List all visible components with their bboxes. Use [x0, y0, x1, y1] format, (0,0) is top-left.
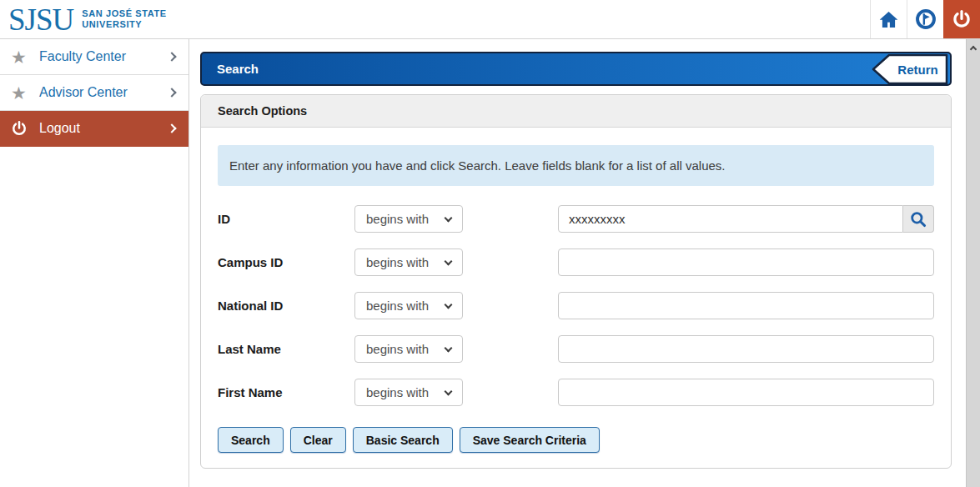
chevron-right-icon [168, 89, 175, 96]
chevron-right-icon [168, 53, 175, 60]
power-icon [11, 120, 33, 137]
instructions-box: Enter any information you have and click… [218, 145, 934, 186]
screen: SJSU SAN JOSÉ STATE UNIVERSITY [0, 0, 980, 487]
id-input[interactable] [558, 205, 903, 233]
search-options-panel: Search Options Enter any information you… [200, 94, 952, 469]
header-actions [870, 0, 980, 38]
form-row-first-name: First Name begins with [218, 379, 934, 406]
power-icon [952, 9, 972, 29]
value-wrap [558, 379, 934, 406]
signout-button[interactable] [943, 0, 980, 38]
sidebar-item-logout[interactable]: Logout [0, 111, 188, 147]
field-label: First Name [218, 385, 354, 399]
form-row-national-id: National ID begins with [218, 292, 934, 319]
chevron-down-icon [445, 213, 453, 222]
scrollbar-up-arrow[interactable] [967, 39, 980, 55]
form-row-last-name: Last Name begins with [218, 335, 934, 363]
value-wrap [558, 205, 934, 233]
star-icon: ★ [11, 48, 33, 66]
main-content: Search Return Search Options Enter any i… [190, 39, 966, 487]
sidebar-item-faculty-center[interactable]: ★ Faculty Center [0, 39, 188, 75]
home-button[interactable] [870, 0, 907, 38]
compass-icon [915, 8, 937, 30]
sidebar-item-label: Faculty Center [39, 49, 126, 64]
chevron-down-icon [445, 257, 453, 265]
sidebar-item-advisor-center[interactable]: ★ Advisor Center [0, 75, 188, 111]
chevron-down-icon [445, 387, 453, 395]
operator-value: begins with [366, 342, 429, 356]
field-label: National ID [218, 299, 354, 313]
operator-value: begins with [366, 385, 429, 399]
search-icon [909, 210, 927, 228]
value-wrap [558, 292, 934, 319]
action-buttons-row: Search Clear Basic Search Save Search Cr… [218, 427, 934, 453]
sidebar-item-label: Advisor Center [39, 85, 128, 100]
field-label: Last Name [218, 342, 354, 356]
chevron-right-icon [168, 125, 175, 132]
national-id-input[interactable] [558, 292, 934, 319]
operator-value: begins with [366, 212, 429, 226]
save-search-criteria-button[interactable]: Save Search Criteria [460, 427, 600, 453]
home-icon [878, 9, 899, 30]
last-name-input[interactable] [558, 335, 934, 363]
sjsu-logo-acronym: SJSU [8, 4, 73, 35]
clear-button[interactable]: Clear [290, 427, 346, 453]
sidebar: ★ Faculty Center ★ Advisor Center Logout [0, 39, 189, 487]
star-icon: ★ [11, 84, 33, 102]
panel-header: Search Options [201, 95, 951, 128]
operator-select-national-id[interactable]: begins with [354, 292, 463, 319]
sjsu-logo-text: SAN JOSÉ STATE UNIVERSITY [82, 8, 167, 30]
page-titlebar: Search Return [200, 52, 952, 86]
basic-search-button[interactable]: Basic Search [353, 427, 453, 453]
vertical-scrollbar[interactable] [966, 39, 980, 487]
value-wrap [558, 335, 934, 363]
operator-value: begins with [366, 255, 429, 269]
navbar-button[interactable] [907, 0, 943, 38]
sjsu-logo-line2: UNIVERSITY [82, 19, 167, 30]
value-wrap [558, 249, 934, 276]
operator-select-last-name[interactable]: begins with [354, 335, 463, 363]
sjsu-logo-line1: SAN JOSÉ STATE [82, 8, 167, 19]
chevron-down-icon [445, 300, 453, 309]
operator-select-campus-id[interactable]: begins with [354, 249, 463, 276]
id-lookup-button[interactable] [903, 205, 934, 233]
campus-id-input[interactable] [558, 249, 934, 276]
form-row-id: ID begins with [218, 205, 934, 233]
field-label: Campus ID [218, 255, 354, 269]
panel-title: Search Options [218, 104, 307, 118]
chevron-down-icon [445, 344, 453, 352]
operator-select-first-name[interactable]: begins with [354, 379, 463, 406]
return-button[interactable]: Return [871, 53, 949, 84]
sidebar-item-label: Logout [39, 121, 80, 136]
search-button[interactable]: Search [218, 427, 284, 453]
operator-value: begins with [366, 299, 429, 313]
first-name-input[interactable] [558, 379, 934, 406]
app-header: SJSU SAN JOSÉ STATE UNIVERSITY [0, 0, 980, 39]
operator-select-id[interactable]: begins with [354, 205, 463, 233]
page-title: Search [217, 62, 259, 76]
field-label: ID [218, 212, 354, 226]
return-button-label: Return [889, 53, 947, 84]
instructions-text: Enter any information you have and click… [229, 158, 726, 173]
form-row-campus-id: Campus ID begins with [218, 249, 934, 276]
panel-body: Enter any information you have and click… [201, 128, 951, 468]
sjsu-logo: SJSU SAN JOSÉ STATE UNIVERSITY [0, 0, 167, 38]
